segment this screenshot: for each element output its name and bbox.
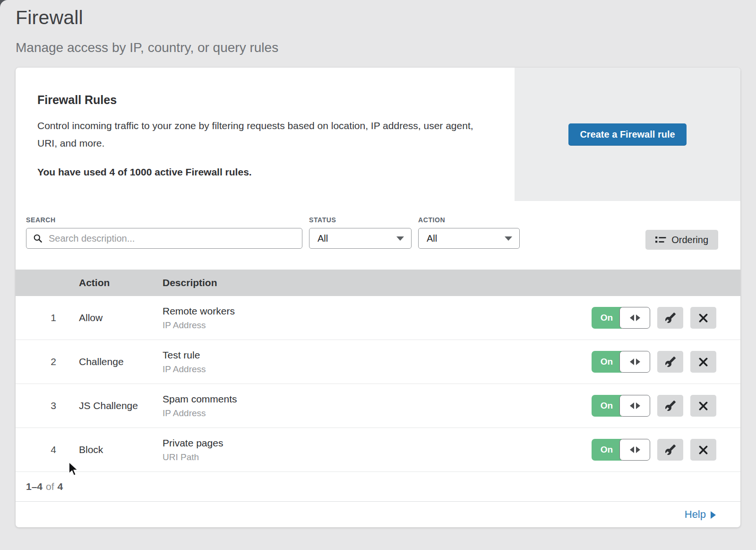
page-title: Firewall — [16, 7, 756, 29]
caret-down-icon — [505, 236, 512, 241]
action-filter-group: ACTION All — [418, 216, 520, 270]
rule-description: Test rule IP Address — [163, 349, 206, 375]
x-icon — [698, 445, 708, 455]
toggle-state-label: On — [592, 439, 622, 461]
edit-rule-button[interactable] — [657, 307, 683, 329]
wrench-icon — [665, 312, 676, 323]
search-icon — [33, 234, 43, 243]
edit-rule-button[interactable] — [657, 395, 683, 417]
section-description: Control incoming traffic to your zone by… — [37, 117, 486, 152]
rule-description: Spam comments IP Address — [163, 393, 237, 419]
rule-description: Remote workers IP Address — [163, 306, 235, 331]
search-label: SEARCH — [26, 216, 302, 224]
rule-action: JS Challenge — [79, 400, 163, 411]
rule-description-title: Remote workers — [163, 306, 235, 317]
card-footer: Help — [16, 501, 740, 527]
table-row: 4 Block Private pages URI Path On — [16, 428, 740, 472]
rule-controls: On — [592, 351, 716, 373]
rule-priority: 2 — [44, 356, 63, 367]
firewall-page: Firewall Manage access by IP, country, o… — [0, 0, 756, 550]
x-icon — [698, 357, 708, 367]
rule-enabled-toggle[interactable]: On — [592, 439, 650, 461]
edit-rule-button[interactable] — [657, 351, 683, 373]
ordering-button[interactable]: Ordering — [645, 230, 718, 250]
rule-action: Challenge — [79, 356, 163, 367]
toggle-state-label: On — [592, 351, 622, 373]
delete-rule-button[interactable] — [690, 395, 716, 417]
delete-rule-button[interactable] — [690, 351, 716, 373]
create-firewall-rule-button[interactable]: Create a Firewall rule — [568, 123, 686, 146]
edit-rule-button[interactable] — [657, 439, 683, 461]
firewall-rules-card: Firewall Rules Control incoming traffic … — [16, 68, 740, 527]
rule-priority: 4 — [44, 444, 63, 455]
rule-enabled-toggle[interactable]: On — [592, 307, 650, 329]
table-row: 2 Challenge Test rule IP Address On — [16, 340, 740, 384]
list-ordering-icon — [655, 236, 666, 244]
rule-priority: 3 — [44, 400, 63, 411]
rule-description-title: Test rule — [163, 349, 206, 361]
help-link-label: Help — [685, 508, 706, 521]
pagination-range: 1–4 — [26, 481, 43, 492]
drag-left-right-icon[interactable] — [619, 395, 650, 417]
page-header: Firewall Manage access by IP, country, o… — [0, 0, 756, 55]
x-icon — [698, 313, 708, 323]
column-header-action: Action — [79, 277, 163, 288]
table-row: 1 Allow Remote workers IP Address On — [16, 296, 740, 340]
section-heading: Firewall Rules — [37, 93, 486, 107]
status-filter-group: STATUS All — [309, 216, 412, 270]
rule-action: Allow — [79, 312, 163, 323]
x-icon — [698, 401, 708, 411]
pagination-total: 4 — [58, 481, 63, 492]
rule-controls: On — [592, 395, 716, 417]
search-input[interactable] — [48, 233, 295, 244]
rule-match-type: IP Address — [163, 408, 237, 419]
rule-action: Block — [79, 444, 163, 455]
rule-enabled-toggle[interactable]: On — [592, 395, 650, 417]
wrench-icon — [665, 444, 676, 455]
status-select[interactable]: All — [309, 228, 412, 249]
action-label: ACTION — [418, 216, 520, 224]
pagination: 1–4 of 4 — [16, 472, 740, 501]
drag-left-right-icon[interactable] — [619, 307, 650, 329]
status-label: STATUS — [309, 216, 412, 224]
filters-bar: SEARCH STATUS All ACTION All — [16, 201, 740, 270]
caret-down-icon — [396, 236, 404, 241]
action-select[interactable]: All — [418, 228, 520, 249]
table-header: Action Description — [16, 270, 740, 296]
delete-rule-button[interactable] — [690, 439, 716, 461]
rule-match-type: IP Address — [163, 320, 235, 331]
rule-description-title: Spam comments — [163, 393, 237, 405]
intro-text-block: Firewall Rules Control incoming traffic … — [16, 68, 515, 201]
help-link[interactable]: Help — [685, 508, 716, 521]
rule-match-type: URI Path — [163, 452, 223, 463]
toggle-state-label: On — [592, 307, 622, 329]
rule-controls: On — [592, 439, 716, 461]
search-filter-group: SEARCH — [26, 216, 302, 270]
toggle-state-label: On — [592, 395, 622, 417]
action-selected-value: All — [427, 233, 437, 244]
column-header-description: Description — [163, 277, 217, 288]
rule-enabled-toggle[interactable]: On — [592, 351, 650, 373]
table-row: 3 JS Challenge Spam comments IP Address … — [16, 384, 740, 428]
rule-priority: 1 — [44, 312, 63, 323]
ordering-button-label: Ordering — [671, 235, 708, 245]
intro-section: Firewall Rules Control incoming traffic … — [16, 68, 740, 201]
status-selected-value: All — [318, 233, 328, 244]
usage-summary: You have used 4 of 1000 active Firewall … — [37, 166, 486, 178]
wrench-icon — [665, 400, 676, 411]
search-box — [26, 228, 302, 249]
create-rule-panel: Create a Firewall rule — [515, 68, 740, 201]
drag-left-right-icon[interactable] — [619, 439, 650, 461]
pagination-of: of — [46, 481, 54, 492]
rule-description: Private pages URI Path — [163, 437, 223, 463]
rule-controls: On — [592, 307, 716, 329]
wrench-icon — [665, 356, 676, 367]
rule-match-type: IP Address — [163, 364, 206, 375]
delete-rule-button[interactable] — [690, 307, 716, 329]
drag-left-right-icon[interactable] — [619, 351, 650, 373]
page-subtitle: Manage access by IP, country, or query r… — [16, 40, 756, 55]
rule-description-title: Private pages — [163, 437, 223, 449]
chevron-right-icon — [711, 511, 716, 519]
